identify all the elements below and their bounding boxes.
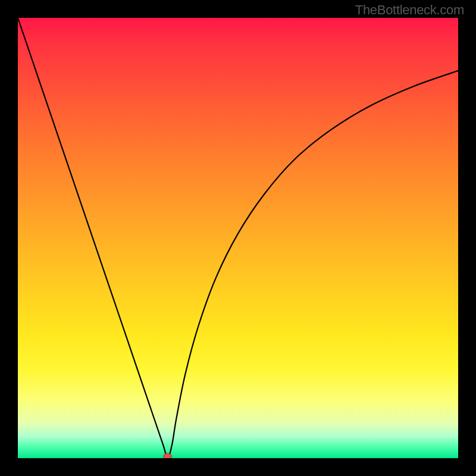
- chart-plot-area: [18, 18, 458, 458]
- watermark-text: TheBottleneck.com: [355, 2, 464, 18]
- chart-svg: [18, 18, 458, 458]
- bottleneck-curve: [18, 18, 458, 458]
- optimal-marker: [164, 453, 172, 458]
